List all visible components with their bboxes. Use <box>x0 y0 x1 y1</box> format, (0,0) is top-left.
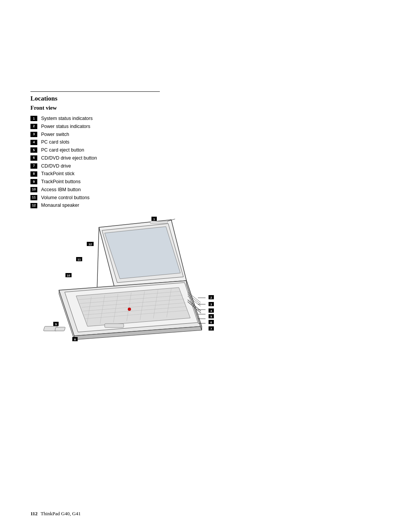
item-number-badge: 8 <box>30 171 37 177</box>
item-number-badge: 5 <box>30 147 37 153</box>
list-item: 9TrackPoint buttons <box>30 178 381 185</box>
footer: 112 ThinkPad G40, G41 <box>30 511 81 517</box>
svg-rect-33 <box>150 221 167 224</box>
list-item: 8TrackPoint stick <box>30 170 381 177</box>
list-item: 11Volume control buttons <box>30 194 381 201</box>
svg-point-21 <box>128 308 131 311</box>
list-item: 5PC card eject button <box>30 147 381 154</box>
item-number-badge: 6 <box>30 155 37 161</box>
item-label: PC card eject button <box>41 147 84 154</box>
top-rule <box>30 91 160 92</box>
svg-rect-32 <box>105 324 124 328</box>
item-label: Power status indicators <box>41 123 90 130</box>
list-item: 2Power status indicators <box>30 123 381 130</box>
item-number-badge: 11 <box>30 195 37 200</box>
diagram-area: 1 12 11 10 2 3 4 5 6 <box>38 216 221 345</box>
item-label: Access IBM button <box>41 186 81 193</box>
item-number-badge: 7 <box>30 163 37 169</box>
item-label: Power switch <box>41 131 69 138</box>
svg-text:2: 2 <box>210 296 212 299</box>
svg-line-3 <box>97 227 99 290</box>
item-number-badge: 2 <box>30 124 37 129</box>
section-title: Locations <box>30 95 381 102</box>
list-item: 4PC card slots <box>30 139 381 146</box>
item-number-badge: 9 <box>30 179 37 184</box>
item-number-badge: 1 <box>30 116 37 121</box>
svg-text:10: 10 <box>67 274 70 277</box>
item-number-badge: 10 <box>30 187 37 192</box>
svg-text:7: 7 <box>210 327 212 331</box>
svg-text:6: 6 <box>210 321 212 324</box>
items-list: 1System status indicators2Power status i… <box>30 115 381 209</box>
svg-text:1: 1 <box>153 217 155 221</box>
page-number: 112 <box>30 511 38 517</box>
item-label: Volume control buttons <box>41 194 89 201</box>
item-label: CD/DVD drive eject button <box>41 155 97 162</box>
svg-rect-31 <box>55 327 65 331</box>
svg-text:11: 11 <box>78 258 81 261</box>
list-item: 10Access IBM button <box>30 186 381 193</box>
list-item: 1System status indicators <box>30 115 381 122</box>
item-number-badge: 4 <box>30 140 37 145</box>
list-item: 7CD/DVD drive <box>30 163 381 170</box>
item-label: Monaural speaker <box>41 202 79 209</box>
item-number-badge: 12 <box>30 203 37 208</box>
subsection-title: Front view <box>30 105 381 111</box>
page: Locations Front view 1System status indi… <box>0 0 411 532</box>
list-item: 6CD/DVD drive eject button <box>30 155 381 162</box>
item-label: TrackPoint buttons <box>41 178 81 185</box>
item-label: PC card slots <box>41 139 69 146</box>
list-item: 3Power switch <box>30 131 381 138</box>
svg-text:4: 4 <box>210 309 212 313</box>
item-label: TrackPoint stick <box>41 170 75 177</box>
item-number-badge: 3 <box>30 132 37 137</box>
list-item: 12Monaural speaker <box>30 202 381 209</box>
item-label: System status indicators <box>41 115 92 122</box>
svg-text:5: 5 <box>210 315 212 318</box>
svg-text:3: 3 <box>210 303 212 306</box>
svg-text:8: 8 <box>74 338 76 341</box>
item-label: CD/DVD drive <box>41 163 71 170</box>
laptop-diagram: 1 12 11 10 2 3 4 5 6 <box>38 216 221 345</box>
svg-text:12: 12 <box>89 243 92 246</box>
footer-product-name: ThinkPad G40, G41 <box>41 511 81 517</box>
svg-text:9: 9 <box>55 323 57 326</box>
